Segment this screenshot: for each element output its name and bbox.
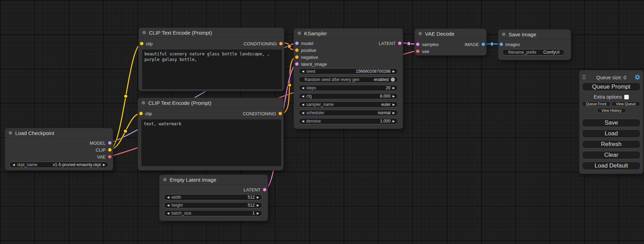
view-queue-button[interactable]: View Queue	[611, 101, 640, 106]
widget-scheduler[interactable]: ◀ scheduler normal ▶	[299, 110, 398, 116]
settings-gear-icon[interactable]	[635, 74, 640, 80]
output-label-vae: VAE	[97, 154, 106, 160]
output-slot-latent[interactable]	[263, 188, 266, 191]
increment-arrow-icon[interactable]: ▶	[392, 118, 395, 124]
decrement-arrow-icon[interactable]: ◀	[167, 210, 169, 216]
node-save-image[interactable]: Save Image images filename_prefix ComfyU…	[498, 29, 571, 60]
input-slot-latent-image[interactable]	[295, 62, 299, 66]
save-button[interactable]: Save	[582, 119, 641, 127]
collapse-dot-icon[interactable]	[9, 131, 12, 135]
widget-ckpt-name[interactable]: ◀ ckpt_name v1-5-pruned-emaonly.ckpt ▶	[9, 162, 108, 168]
increment-arrow-icon[interactable]: ▶	[392, 85, 395, 91]
increment-arrow-icon[interactable]: ▶	[392, 101, 395, 108]
node-title: Load Checkpoint	[15, 130, 54, 136]
node-vae-decode[interactable]: VAE Decode samples IMAGE vae	[415, 29, 486, 55]
widget-denoise[interactable]: ◀ denoise 1.000 ▶	[299, 118, 398, 124]
load-button[interactable]: Load	[582, 129, 641, 138]
node-title-bar[interactable]: CLIP Text Encode (Prompt)	[139, 28, 284, 38]
widget-cfg[interactable]: ◀ cfg 8.000 ▶	[299, 93, 398, 99]
negative-prompt-textarea[interactable]: text, watermark	[141, 119, 281, 166]
output-slot-conditioning[interactable]	[279, 42, 283, 45]
increment-arrow-icon[interactable]: ▶	[103, 162, 105, 168]
decrement-arrow-icon[interactable]: ◀	[302, 93, 304, 99]
node-ksampler[interactable]: KSampler model LATENT positive negative …	[294, 28, 403, 129]
output-slot-vae[interactable]	[108, 155, 112, 159]
decrement-arrow-icon[interactable]: ◀	[167, 202, 169, 208]
widget-seed[interactable]: ◀ seed 156680208700286 ▶	[299, 68, 398, 74]
decrement-arrow-icon[interactable]: ◀	[302, 118, 304, 124]
widget-width[interactable]: ◀ width 512 ▶	[164, 194, 262, 200]
collapse-dot-icon[interactable]	[502, 33, 505, 36]
collapse-dot-icon[interactable]	[418, 32, 422, 35]
queue-front-button[interactable]: Queue Front	[582, 101, 610, 106]
node-title-bar[interactable]: CLIP Text Encode (Prompt)	[138, 98, 283, 108]
node-title-bar[interactable]: Load Checkpoint	[5, 128, 113, 138]
collapse-dot-icon[interactable]	[163, 178, 167, 181]
increment-arrow-icon[interactable]: ▶	[392, 93, 395, 99]
increment-arrow-icon[interactable]: ▶	[257, 210, 259, 216]
output-slot-model[interactable]	[108, 141, 112, 145]
node-title-bar[interactable]: KSampler	[294, 28, 403, 38]
collapse-dot-icon[interactable]	[142, 101, 145, 105]
node-title-bar[interactable]: VAE Decode	[415, 29, 486, 39]
widget-label: scheduler	[306, 110, 324, 115]
output-slot-conditioning[interactable]	[279, 112, 282, 115]
input-slot-model[interactable]	[295, 42, 299, 45]
input-slot-clip[interactable]	[139, 112, 143, 115]
node-title: Save Image	[509, 31, 536, 37]
view-history-button[interactable]: View History	[597, 108, 626, 113]
widget-value: 1.000	[380, 119, 390, 124]
increment-arrow-icon[interactable]: ▶	[257, 194, 259, 200]
widget-filename-prefix[interactable]: filename_prefix ComfyUI	[502, 49, 565, 55]
input-slot-vae[interactable]	[416, 49, 420, 53]
increment-arrow-icon[interactable]: ▶	[392, 68, 395, 74]
node-title-bar[interactable]: Empty Latent Image	[159, 175, 268, 185]
widget-label: sampler_name	[306, 102, 334, 107]
widget-height[interactable]: ◀ height 512 ▶	[164, 202, 262, 208]
input-slot-images[interactable]	[500, 43, 503, 46]
input-slot-positive[interactable]	[295, 48, 299, 52]
node-graph-canvas[interactable]: Load Checkpoint MODEL CLIP VAE ◀ ckpt_na…	[0, 0, 644, 244]
node-clip-text-encode-positive[interactable]: CLIP Text Encode (Prompt) clip CONDITION…	[139, 28, 284, 91]
input-slot-samples[interactable]	[416, 43, 420, 46]
node-clip-text-encode-negative[interactable]: CLIP Text Encode (Prompt) clip CONDITION…	[138, 98, 283, 170]
refresh-button[interactable]: Refresh	[582, 140, 641, 148]
widget-batch-size[interactable]: ◀ batch_size 1 ▶	[164, 210, 262, 216]
decrement-arrow-icon[interactable]: ◀	[12, 162, 15, 168]
node-empty-latent-image[interactable]: Empty Latent Image LATENT ◀ width 512 ▶ …	[159, 175, 268, 221]
increment-arrow-icon[interactable]: ▶	[257, 202, 259, 208]
output-slot-latent[interactable]	[398, 42, 402, 45]
load-default-button[interactable]: Load Default	[582, 162, 641, 170]
widget-sampler-name[interactable]: ◀ sampler_name euler ▶	[299, 101, 398, 108]
decrement-arrow-icon[interactable]: ◀	[302, 110, 304, 116]
collapse-dot-icon[interactable]	[298, 31, 301, 35]
drag-handle-icon[interactable]	[583, 75, 585, 79]
collapse-dot-icon[interactable]	[142, 31, 146, 34]
increment-arrow-icon[interactable]: ▶	[392, 110, 395, 116]
decrement-arrow-icon[interactable]: ◀	[167, 194, 169, 200]
queue-panel: Queue size: 0 Queue Prompt Extra options	[579, 70, 643, 174]
link-dot	[490, 42, 494, 46]
input-slot-negative[interactable]	[295, 55, 299, 59]
widget-label: seed	[306, 69, 315, 74]
decrement-arrow-icon[interactable]: ◀	[302, 68, 304, 74]
extra-options-checkbox[interactable]	[624, 95, 629, 99]
widget-value: enabled	[374, 77, 389, 82]
decrement-arrow-icon[interactable]: ◀	[302, 85, 304, 91]
positive-prompt-textarea[interactable]: beautiful scenery nature glass bottle la…	[142, 49, 282, 89]
node-title-bar[interactable]: Save Image	[498, 29, 571, 39]
widget-random-seed-toggle[interactable]: Random seed after every gen enabled	[299, 76, 398, 83]
clear-button[interactable]: Clear	[582, 151, 641, 159]
node-load-checkpoint[interactable]: Load Checkpoint MODEL CLIP VAE ◀ ckpt_na…	[5, 128, 113, 170]
input-slot-clip[interactable]	[140, 42, 143, 45]
widget-value: 512	[248, 195, 255, 200]
decrement-arrow-icon[interactable]: ◀	[302, 101, 304, 108]
widget-label: height	[171, 203, 183, 208]
toggle-enabled-icon[interactable]	[391, 78, 395, 82]
input-label-clip: clip	[146, 41, 153, 46]
output-slot-clip[interactable]	[108, 148, 112, 152]
output-label-latent: LATENT	[244, 187, 261, 192]
queue-prompt-button[interactable]: Queue Prompt	[582, 82, 641, 91]
output-slot-image[interactable]	[482, 43, 485, 46]
widget-steps[interactable]: ◀ steps 20 ▶	[299, 85, 398, 91]
